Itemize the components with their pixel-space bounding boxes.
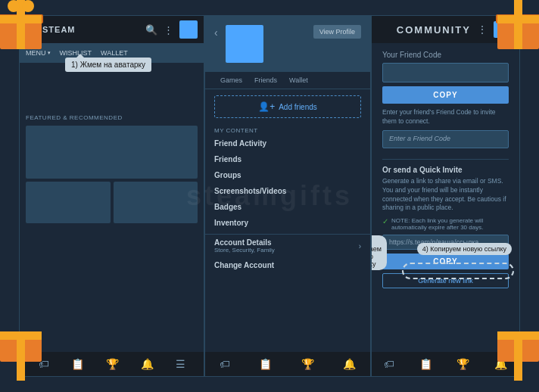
right-nav-card-icon[interactable]: 📋 [419,358,432,370]
featured-label: FEATURED & RECOMMENDED [26,114,198,121]
menu-icon[interactable]: ⋮ [164,24,173,36]
main-content: FEATURED & RECOMMENDED [20,63,204,229]
link-note-text: NOTE: Each link you generate will automa… [391,217,509,231]
nav-wallet[interactable]: WALLET [101,49,128,57]
my-content-label: MY CONTENT [205,124,370,135]
mid-nav-card-icon[interactable]: 📋 [259,358,272,370]
nav-wishlist[interactable]: WISHLIST [60,49,92,57]
main-wrapper: STEAM 🔍 ⋮ MENU ▾ WISHLIST WALLET 1) Жмем… [19,15,520,377]
nav-card-icon[interactable]: 📋 [71,358,84,370]
tab-games[interactable]: Games [214,72,248,89]
featured-item-2 [114,182,198,223]
profile-avatar [226,25,263,63]
profile-top: ‹ View Profile [205,16,370,72]
gift-decoration-tl [0,0,61,61]
right-nav-trophy-icon[interactable]: 🏆 [456,358,469,370]
community-panel: COMMUNITY ⋮ Your Friend Code COPY Enter … [371,15,520,377]
featured-grid [26,182,198,223]
gift-decoration-tr [478,0,539,61]
quick-invite-desc: Generate a link to share via email or SM… [382,177,509,213]
mid-nav-bell-icon[interactable]: 🔔 [343,358,356,370]
right-nav-tag-icon[interactable]: 🏷 [384,358,394,370]
content-list: Friend Activity Friends Groups Screensho… [205,135,370,231]
step1-tooltip: 1) Жмем на аватарку [65,58,151,72]
nav-trophy-icon[interactable]: 🏆 [106,358,119,370]
middle-bottom-nav: 🏷 📋 🏆 🔔 [205,352,370,376]
enter-friend-code-input[interactable]: Enter a Friend Code [382,130,509,148]
quick-invite-title: Or send a Quick Invite [382,166,509,174]
view-profile-button[interactable]: View Profile [313,25,361,39]
tab-wallet[interactable]: Wallet [283,72,314,89]
gift-decoration-bl [0,331,61,392]
content-item-screenshots[interactable]: Screenshots/Videos [205,183,370,199]
add-person-icon: 👤+ [258,101,275,112]
friend-code-display [382,63,509,82]
avatar[interactable] [179,20,198,39]
featured-item-main [26,126,198,179]
mid-nav-trophy-icon[interactable]: 🏆 [301,358,314,370]
community-title: COMMUNITY [397,24,471,36]
tab-friends[interactable]: Friends [248,72,283,89]
step4-label: 4) Копируем новую ссылку [417,243,512,255]
content-item-friend-activity[interactable]: Friend Activity [205,135,370,151]
content-item-groups[interactable]: Groups [205,167,370,183]
change-account-item[interactable]: Change Account [205,257,370,273]
account-details-title: Account Details [214,238,275,247]
step3-label: 3) Создаем новую ссылку [371,235,387,270]
content-item-inventory[interactable]: Inventory [205,215,370,231]
back-arrow-icon[interactable]: ‹ [214,26,218,39]
account-details-sub: Store, Security, Family [214,247,275,254]
content-item-friends[interactable]: Friends [205,151,370,167]
account-details-item[interactable]: Account Details Store, Security, Family … [205,235,370,257]
nav-menu-icon[interactable]: ☰ [176,358,185,370]
profile-tabs: Games Friends Wallet [205,72,370,89]
divider [382,159,509,160]
add-friends-label: Add friends [279,103,317,111]
account-arrow-icon: › [359,242,361,250]
step4-oval [402,263,514,279]
nav-bell-icon[interactable]: 🔔 [141,358,154,370]
link-note: ✓ NOTE: Each link you generate will auto… [382,217,509,231]
profile-dropdown: ‹ View Profile 2) «Добавить друзей» Game… [204,15,371,377]
copy-code-button[interactable]: COPY [382,86,509,104]
gift-decoration-br [478,331,539,392]
featured-item-1 [26,182,111,223]
check-icon: ✓ [382,217,388,226]
add-friends-button[interactable]: 👤+ Add friends [214,95,361,118]
friend-code-desc: Enter your friend's Friend Code to invit… [382,108,509,126]
account-section: Account Details Store, Security, Family … [205,234,370,273]
steam-main-window: STEAM 🔍 ⋮ MENU ▾ WISHLIST WALLET 1) Жмем… [19,15,204,377]
header-icons: 🔍 ⋮ [145,20,198,39]
search-icon[interactable]: 🔍 [145,24,157,36]
mid-nav-tag-icon[interactable]: 🏷 [220,358,230,370]
content-item-badges[interactable]: Badges [205,199,370,215]
